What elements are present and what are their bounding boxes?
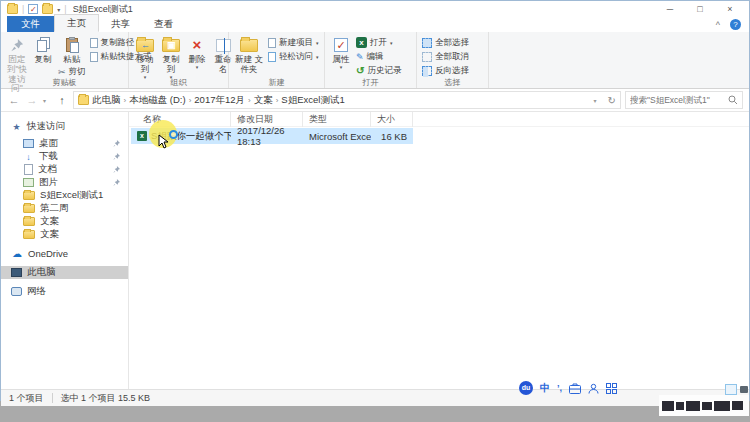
up-icon[interactable]: ↑ <box>55 94 69 106</box>
address-bar[interactable]: 此电脑 › 本地磁盘 (D:) › 2017年12月 › 文案 › S姐Exce… <box>73 91 621 109</box>
refresh-icon[interactable]: ↻ <box>608 95 616 106</box>
tab-file[interactable]: 文件 <box>7 16 54 32</box>
properties-button[interactable]: ✓ 属性 ▾ <box>328 34 354 70</box>
sidebar-item-label: S姐Excel测试1 <box>40 189 103 202</box>
minimize-button[interactable]: ─ <box>655 2 685 17</box>
move-to-button[interactable]: ← 移动到 ▾ <box>132 34 158 80</box>
address-dropdown-icon[interactable]: ▾ <box>594 97 602 104</box>
sidebar-item-onedrive[interactable]: ☁ OneDrive <box>1 247 128 260</box>
sidebar-item-wenan-1[interactable]: 文案 <box>1 215 128 228</box>
back-icon[interactable]: ← <box>7 94 21 106</box>
ime-chinese-mode-icon[interactable]: 中 <box>540 381 550 395</box>
computer-icon <box>11 268 22 277</box>
sidebar-item-label: 文案 <box>40 215 59 228</box>
select-group-label: 选择 <box>417 77 488 88</box>
ribbon-group-new: 新建 文件夹 新建项目 ▾ 轻松访问 ▾ 新建 <box>229 32 325 88</box>
copy-label: 复制 <box>35 55 52 65</box>
sidebar-item-documents[interactable]: 文档 <box>1 163 128 176</box>
tab-right-controls: ^ ? <box>716 19 741 30</box>
ime-user-icon[interactable] <box>588 383 599 394</box>
breadcrumb-current-folder[interactable]: S姐Excel测试1 <box>281 94 344 107</box>
column-header-size[interactable]: 大小 <box>371 112 413 127</box>
ime-grid-icon[interactable] <box>606 383 617 394</box>
file-modified-cell: 2017/12/26 18:13 <box>231 125 303 147</box>
new-folder-quick-icon[interactable] <box>42 4 53 14</box>
easy-access-icon <box>268 52 276 62</box>
divider <box>52 393 53 403</box>
breadcrumb-this-pc[interactable]: 此电脑 <box>92 94 121 107</box>
navigation-pane: ★ 快速访问 桌面 ↓ 下载 文档 图片 <box>1 112 129 389</box>
sidebar-item-downloads[interactable]: ↓ 下载 <box>1 150 128 163</box>
sidebar-item-pictures[interactable]: 图片 <box>1 176 128 189</box>
search-icon <box>728 95 738 105</box>
search-input[interactable] <box>630 95 728 105</box>
recorder-grid-icon[interactable] <box>725 384 737 395</box>
sidebar-item-s-excel-test[interactable]: S姐Excel测试1 <box>1 189 128 202</box>
sidebar-item-this-pc[interactable]: 此电脑 <box>1 266 128 279</box>
folder-icon <box>23 217 35 226</box>
history-button[interactable]: ↺ 历史记录 <box>354 64 403 77</box>
sidebar-item-label: 文案 <box>40 228 59 241</box>
paste-column: 粘贴 ✂ 剪切 <box>56 34 88 79</box>
divider: | <box>64 4 66 14</box>
quick-access-dropdown-icon[interactable]: ▾ <box>57 6 60 13</box>
select-none-button[interactable]: 全部取消 <box>420 50 471 63</box>
history-label: 历史记录 <box>367 65 401 77</box>
search-box[interactable] <box>625 91 743 109</box>
invert-selection-button[interactable]: 反向选择 <box>420 64 471 77</box>
ribbon-group-clipboard: 固定到"快速访问" 复制 粘贴 ✂ 剪切 <box>1 32 129 88</box>
select-none-label: 全部取消 <box>435 51 469 63</box>
sidebar-item-week2[interactable]: 第二周 <box>1 202 128 215</box>
breadcrumb-2017-12[interactable]: 2017年12月 <box>194 94 245 107</box>
column-header-type[interactable]: 类型 <box>303 112 371 127</box>
properties-quick-icon[interactable]: ✓ <box>28 4 38 14</box>
folder-icon <box>7 4 18 14</box>
column-header-name[interactable]: 名称 <box>129 112 231 127</box>
recorder-camera-icon[interactable] <box>740 386 748 393</box>
open-button[interactable]: x 打开 ▾ <box>354 36 403 49</box>
tab-home[interactable]: 主页 <box>54 14 99 32</box>
sidebar-item-wenan-2[interactable]: 文案 <box>1 228 128 241</box>
clipboard-group-label: 剪贴板 <box>1 77 128 88</box>
edit-button[interactable]: ✎ 编辑 <box>354 50 403 63</box>
new-small-column: 新建项目 ▾ 轻松访问 ▾ <box>266 34 321 63</box>
invert-selection-label: 反向选择 <box>435 65 469 77</box>
file-type-cell: Microsoft Excel ... <box>303 131 371 142</box>
sidebar-item-label: 此电脑 <box>27 266 56 279</box>
dropdown-icon: ▾ <box>196 65 199 69</box>
sidebar-item-desktop[interactable]: 桌面 <box>1 137 128 150</box>
easy-access-label: 轻松访问 <box>279 51 313 63</box>
breadcrumb-wenan[interactable]: 文案 <box>254 94 273 107</box>
ime-punctuation-icon[interactable]: ’, <box>557 383 562 393</box>
tab-view[interactable]: 查看 <box>142 16 185 32</box>
dropdown-icon: ▾ <box>340 65 343 69</box>
tab-share[interactable]: 共享 <box>99 16 142 32</box>
sidebar-item-quick-access[interactable]: ★ 快速访问 <box>1 120 128 133</box>
sidebar-item-network[interactable]: 网络 <box>1 285 128 298</box>
select-all-button[interactable]: 全部选择 <box>420 36 471 49</box>
ime-toolbox-icon[interactable] <box>569 383 581 394</box>
move-to-label: 移动到 <box>135 55 155 75</box>
watermark-mark <box>662 401 674 411</box>
copy-to-button[interactable]: ▣ 复制到 ▾ <box>158 34 184 80</box>
new-folder-button[interactable]: 新建 文件夹 <box>232 34 266 76</box>
paste-button[interactable]: 粘贴 <box>59 34 85 66</box>
maximize-button[interactable]: □ <box>685 2 715 17</box>
ribbon-group-select: 全部选择 全部取消 反向选择 选择 <box>417 32 489 88</box>
close-button[interactable]: × <box>715 2 745 17</box>
open-group-label: 打开 <box>325 77 416 88</box>
delete-button[interactable]: × 删除 ▾ <box>184 34 210 70</box>
copy-button[interactable]: 复制 <box>30 34 56 66</box>
main-area: ★ 快速访问 桌面 ↓ 下载 文档 图片 <box>1 112 749 389</box>
new-item-button[interactable]: 新建项目 ▾ <box>266 36 321 49</box>
breadcrumb-drive-d[interactable]: 本地磁盘 (D:) <box>129 94 185 107</box>
copy-icon <box>36 35 51 55</box>
easy-access-button[interactable]: 轻松访问 ▾ <box>266 50 321 63</box>
history-dropdown-icon[interactable]: ▾ <box>43 97 51 104</box>
collapse-ribbon-icon[interactable]: ^ <box>716 20 720 30</box>
help-icon[interactable]: ? <box>730 19 741 30</box>
forward-icon[interactable]: → <box>25 94 39 106</box>
invert-selection-icon <box>422 66 432 76</box>
document-icon <box>24 164 33 175</box>
baidu-ime-logo-icon[interactable]: du <box>519 381 533 395</box>
